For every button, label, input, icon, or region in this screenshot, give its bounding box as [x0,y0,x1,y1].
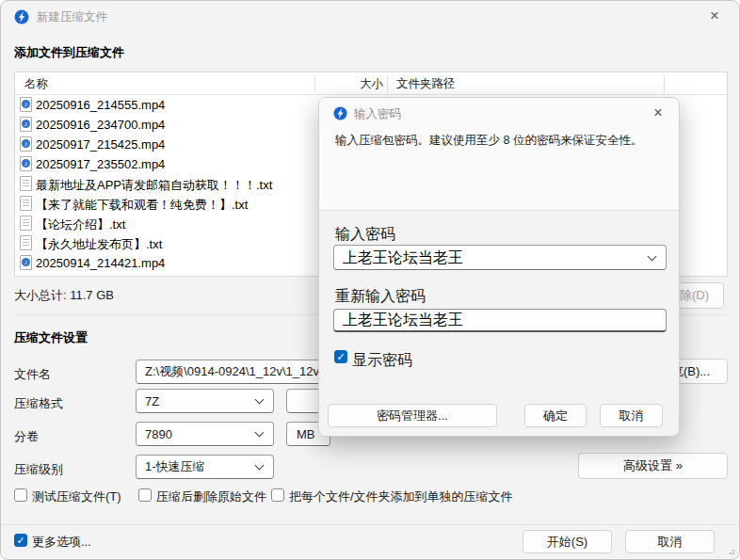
more-options-label: 更多选项... [32,534,91,551]
column-header-size[interactable]: 大小 [314,76,383,92]
window-title: 新建压缩文件 [37,9,107,24]
file-icon [20,136,32,152]
bandizip-bolt-icon [333,106,347,120]
volume-label: 分卷 [14,428,39,445]
test-archive-label: 测试压缩文件(T) [32,488,121,505]
file-list-header: 名称 大小 文件夹路径 [15,72,727,95]
column-header-name[interactable]: 名称 [24,76,48,92]
file-icon [20,176,32,191]
advanced-settings-button[interactable]: 高级设置 » [578,453,728,479]
file-icon [20,156,32,171]
confirm-password-label: 重新输入密码 [335,287,426,307]
file-name: 20250917_215425.mp4 [36,137,165,152]
start-button[interactable]: 开始(S) [523,530,612,553]
password-input[interactable]: 上老王论坛当老王 [333,245,667,270]
password-label: 输入密码 [335,225,395,245]
section-heading-add-files: 添加文件到压缩文件 [14,44,124,61]
file-icon [20,216,32,231]
ok-button[interactable]: 确定 [524,404,587,427]
filename-label: 文件名 [14,366,51,383]
chevron-down-icon [255,428,265,438]
window-close-icon[interactable]: × [701,3,728,29]
file-name: 20250917_235502.mp4 [36,157,165,171]
format-select[interactable]: 7Z [136,389,274,413]
separate-archives-label: 把每个文件/文件夹添加到单独的压缩文件 [289,488,513,505]
dialog-cancel-button[interactable]: 取消 [600,404,663,427]
file-name: 【论坛介绍】.txt [36,216,125,233]
column-divider [314,75,315,92]
dialog-divider [319,210,679,211]
title-bar: 新建压缩文件 × [1,1,739,35]
total-size-label: 大小总计: 11.7 GB [14,287,114,304]
column-header-path[interactable]: 文件夹路径 [396,76,456,92]
file-icon [20,117,32,132]
chevron-down-icon [255,395,265,405]
file-icon [20,255,32,270]
level-label: 压缩级别 [14,461,63,478]
separate-archives-checkbox[interactable] [271,488,284,502]
column-divider [664,75,665,92]
more-options-checkbox[interactable] [14,534,27,547]
password-manager-button[interactable]: 密码管理器... [328,404,497,427]
delete-after-label: 压缩后删除原始文件 [156,488,266,505]
section-heading-settings: 压缩文件设置 [14,329,88,346]
dialog-title: 输入密码 [354,106,401,121]
volume-select[interactable]: 7890 [136,422,274,446]
file-icon [20,97,32,112]
file-icon [20,235,32,250]
file-name: 20250916_214555.mp4 [36,98,165,112]
bandizip-bolt-icon [14,9,29,24]
level-select[interactable]: 1-快速压缩 [136,455,274,479]
chevron-down-icon [255,461,265,471]
file-name: 【来了就能下载和观看！纯免费！】.txt [36,197,248,214]
file-name: 20250914_214421.mp4 [36,256,165,270]
file-name: 【永久地址发布页】.txt [36,236,162,253]
show-password-label: 显示密码 [352,351,412,371]
column-divider [387,75,388,92]
file-name: 最新地址及APP请发邮箱自动获取！！！.txt [36,177,272,194]
dialog-description: 输入压缩包密码。建议使用至少 8 位的密码来保证安全性。 [335,133,642,149]
password-dialog: 输入密码 × 输入压缩包密码。建议使用至少 8 位的密码来保证安全性。 输入密码… [318,97,680,437]
cancel-button[interactable]: 取消 [625,530,715,553]
confirm-password-input[interactable]: 上老王论坛当老王 [333,309,667,332]
show-password-checkbox[interactable] [334,350,347,363]
file-name: 20250916_234700.mp4 [36,118,165,132]
delete-after-checkbox[interactable] [138,488,152,502]
chevron-down-icon [648,251,657,261]
format-label: 压缩格式 [14,395,63,412]
dialog-close-icon[interactable]: × [646,101,670,125]
file-icon [20,196,32,211]
footer-divider [1,524,740,525]
test-archive-checkbox[interactable] [14,488,27,502]
